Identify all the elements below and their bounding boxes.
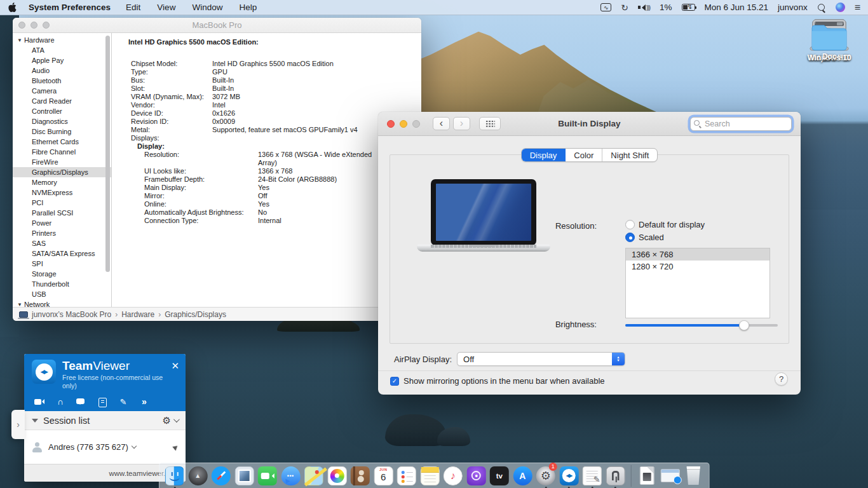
chevron-down-icon[interactable] <box>132 444 137 449</box>
sidebar-item[interactable]: ▼SATA/SATA Express <box>13 248 111 259</box>
dock-item[interactable] <box>397 464 417 487</box>
dock-item[interactable] <box>582 464 602 487</box>
sidebar-item[interactable]: ▼ATA <box>13 45 111 55</box>
forward-button[interactable]: › <box>453 117 470 130</box>
dock-item[interactable] <box>350 464 370 487</box>
dock-item[interactable] <box>280 464 301 487</box>
sidebar-item[interactable]: ▼Disc Burning <box>13 126 111 137</box>
volume-icon[interactable]: ))) <box>638 4 650 11</box>
dock-item[interactable] <box>660 464 681 487</box>
brightness-slider[interactable] <box>625 324 778 327</box>
dock-item[interactable] <box>683 464 703 487</box>
sidebar-item[interactable]: ▼SPI <box>13 259 111 269</box>
dock-item[interactable] <box>327 464 347 487</box>
dock-item[interactable] <box>234 464 254 487</box>
dock-item[interactable] <box>559 464 579 487</box>
menu-clock[interactable]: Mon 6 Jun 15.21 <box>705 3 769 12</box>
sidebar-item[interactable]: ▼Parallel SCSI <box>13 208 111 218</box>
tab[interactable]: Night Shift <box>602 149 657 161</box>
sidebar-item[interactable]: ▼Ethernet Cards <box>13 137 111 147</box>
sidebar-item[interactable]: ▼Hardware <box>13 35 111 45</box>
dock-item[interactable] <box>466 464 486 487</box>
airplay-dropdown[interactable]: Off ▲▼ <box>457 352 625 366</box>
sidebar-item[interactable]: ▼SAS <box>13 238 111 248</box>
menu-user[interactable]: junvonx <box>778 3 808 12</box>
spotlight-search-icon[interactable] <box>817 3 826 12</box>
disclosure-triangle-icon[interactable]: ▼ <box>17 37 22 43</box>
brightness-slider-knob[interactable] <box>739 320 749 330</box>
dock-item[interactable] <box>257 464 278 487</box>
disclosure-triangle-icon[interactable]: ▼ <box>17 302 22 307</box>
sidebar-item[interactable]: ▼Storage <box>13 269 111 279</box>
menu-item[interactable]: Edit <box>126 3 140 12</box>
search-input[interactable] <box>690 117 792 131</box>
show-all-button[interactable] <box>479 117 501 130</box>
dock-item[interactable] <box>419 464 440 487</box>
close-icon[interactable]: ✕ <box>171 360 179 372</box>
session-list-header[interactable]: Session list ⚙ <box>24 411 186 430</box>
sysinfo-title-bar[interactable]: MacBook Pro <box>13 18 421 33</box>
radio-icon[interactable] <box>625 220 635 229</box>
resolution-option[interactable]: 1280 × 720 <box>626 261 770 273</box>
sidebar-item[interactable]: ▼Graphics/Displays <box>13 167 111 177</box>
activity-monitor-icon[interactable]: ∿ <box>600 3 611 11</box>
teamviewer-collapse-tab[interactable]: › <box>11 410 25 439</box>
sidebar-item[interactable]: ▼Bluetooth <box>13 76 111 86</box>
sidebar-item[interactable]: ▼Power <box>13 218 111 228</box>
dock-item[interactable] <box>304 464 324 487</box>
dock-item[interactable]: 1 <box>536 464 556 487</box>
radio-scaled[interactable]: Scaled <box>625 233 664 242</box>
dock-item[interactable] <box>605 464 625 487</box>
siri-icon[interactable] <box>836 3 845 12</box>
tab[interactable]: Display <box>522 149 566 161</box>
dock-item[interactable] <box>211 464 231 487</box>
desktop-icon[interactable]: Doc <box>801 19 858 61</box>
sidebar-item[interactable]: ▼Camera <box>13 86 111 96</box>
battery-charging-icon[interactable]: ↯ <box>682 4 695 11</box>
more-actions-icon[interactable]: » <box>139 398 149 406</box>
sidebar-item[interactable]: ▼FireWire <box>13 157 111 167</box>
sidebar-item[interactable]: ▼Audio <box>13 65 111 76</box>
sidebar-item[interactable]: ▼PCI <box>13 198 111 208</box>
prefs-title-bar[interactable]: ‹ › Built-in Display <box>378 112 801 136</box>
tab[interactable]: Color <box>566 149 602 161</box>
menu-item[interactable]: Window <box>192 3 222 12</box>
apple-menu-icon[interactable] <box>8 3 17 12</box>
sidebar-item[interactable]: ▼Fibre Channel <box>13 147 111 157</box>
menu-item[interactable]: View <box>157 3 175 12</box>
sidebar-item[interactable]: ▼Apple Pay <box>13 55 111 65</box>
zoom-button[interactable] <box>412 120 420 128</box>
mirroring-checkbox[interactable]: ✓ <box>390 377 399 386</box>
video-call-icon[interactable] <box>34 398 44 406</box>
audio-call-icon[interactable]: ∩ <box>55 398 65 406</box>
radio-default-for-display[interactable]: Default for display <box>625 220 705 229</box>
disclosure-triangle-icon[interactable] <box>32 419 38 423</box>
sidebar-item[interactable]: ▼Controller <box>13 106 111 116</box>
sidebar-item[interactable]: ▼USB <box>13 289 111 299</box>
dock-item[interactable] <box>489 464 510 487</box>
dock-item[interactable] <box>187 464 208 487</box>
sidebar-item[interactable]: ▼Diagnostics <box>13 116 111 126</box>
dock-item[interactable]: JUN 6 <box>373 464 393 487</box>
dock-item[interactable] <box>637 464 657 487</box>
chat-icon[interactable] <box>76 398 86 406</box>
teamviewer-menu-icon[interactable]: ↻ <box>621 3 628 13</box>
sidebar-item[interactable]: ▼NVMExpress <box>13 187 111 198</box>
sidebar-item[interactable]: ▼Printers <box>13 228 111 238</box>
notification-center-icon[interactable]: ≡ <box>855 2 860 13</box>
radio-selected-icon[interactable] <box>625 233 635 242</box>
sidebar-item[interactable]: ▼Memory <box>13 177 111 187</box>
menu-item[interactable]: Help <box>239 3 257 12</box>
menu-app-name[interactable]: System Preferences <box>29 3 111 12</box>
dock-item[interactable] <box>628 464 634 487</box>
close-button[interactable] <box>387 120 395 128</box>
help-button[interactable]: ? <box>775 372 788 386</box>
gear-icon[interactable]: ⚙ <box>163 415 171 426</box>
chevron-down-icon[interactable] <box>173 416 180 423</box>
sidebar-item[interactable]: ▼Thunderbolt <box>13 279 111 289</box>
dock-item[interactable] <box>443 464 463 487</box>
dock-item[interactable] <box>512 464 532 487</box>
dock-item[interactable] <box>165 464 185 487</box>
sidebar-scrollbar[interactable] <box>105 36 110 272</box>
back-button[interactable]: ‹ <box>433 117 450 130</box>
